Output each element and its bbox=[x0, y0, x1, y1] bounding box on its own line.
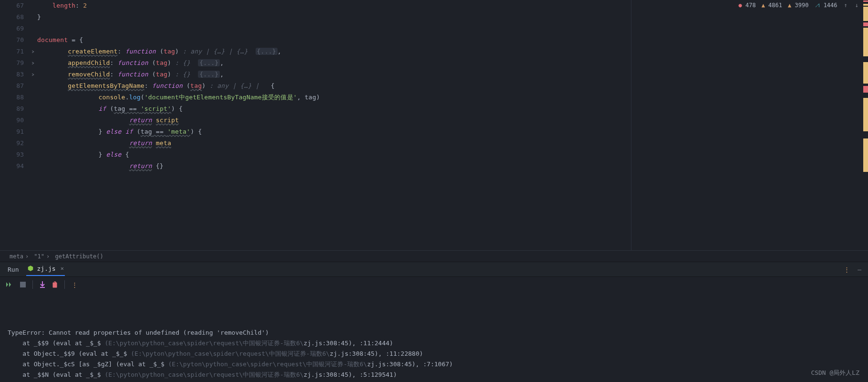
line-number: 71 bbox=[0, 46, 24, 57]
close-icon[interactable]: ✕ bbox=[61, 265, 64, 272]
error-stripe-mark[interactable] bbox=[863, 22, 868, 26]
rerun-icon[interactable] bbox=[6, 281, 13, 288]
code-line[interactable]: return script bbox=[37, 115, 868, 126]
code-line[interactable]: removeChild: function (tag) : {} {...}, bbox=[37, 69, 868, 80]
line-number: 93 bbox=[0, 149, 24, 160]
fold-toggle-icon[interactable]: › bbox=[27, 46, 39, 57]
stop-icon[interactable] bbox=[20, 282, 26, 287]
more-actions-icon[interactable]: ⋮ bbox=[72, 281, 78, 288]
code-line[interactable] bbox=[37, 23, 868, 34]
code-line[interactable]: createElement: function (tag) : any | {…… bbox=[37, 46, 868, 57]
code-line[interactable]: console.log('document中getElementsByTagNa… bbox=[37, 92, 868, 103]
line-number: 70 bbox=[0, 34, 24, 46]
watermark: CSDN @局外人LZ bbox=[811, 369, 859, 377]
run-toolbar: ⋮ bbox=[0, 277, 868, 292]
line-number: 83 bbox=[0, 69, 24, 80]
console-line bbox=[8, 307, 860, 317]
error-stripe-mark[interactable] bbox=[863, 0, 868, 2]
console-line: at Object._$cS [as _$gZ] (eval at _$_$ (… bbox=[8, 359, 860, 370]
error-stripe-mark[interactable] bbox=[863, 86, 868, 93]
run-tab[interactable]: zj.js ✕ bbox=[26, 263, 64, 276]
warning-count-2[interactable]: ▲ 3990 bbox=[788, 2, 808, 9]
code-line[interactable]: document = { bbox=[37, 34, 868, 46]
breadcrumb-item[interactable]: "1" bbox=[32, 253, 46, 260]
console-line: at _$$N (eval at _$_$ (E:\pyton\python_c… bbox=[8, 370, 860, 380]
inspection-summary: ● 478 ▲ 4861 ▲ 3990 ⩘ 1446 ↑ ↓ bbox=[738, 2, 859, 9]
next-highlight-icon[interactable]: ↓ bbox=[854, 2, 859, 9]
error-stripe[interactable] bbox=[863, 0, 868, 250]
console-line: TypeError: Cannot read properties of und… bbox=[8, 328, 860, 338]
fold-column: ››› bbox=[29, 0, 37, 250]
run-tool-header: Run zj.js ✕ ⋮ — bbox=[0, 262, 868, 277]
fold-toggle-icon[interactable]: › bbox=[27, 57, 39, 69]
weak-warning-count[interactable]: ⩘ 1446 bbox=[814, 2, 837, 9]
console-line: at Object._$$9 (eval at _$_$ (E:\pyton\p… bbox=[8, 349, 860, 359]
more-icon[interactable]: ⋮ bbox=[844, 266, 850, 273]
warning-count-1[interactable]: ▲ 4861 bbox=[762, 2, 782, 9]
line-number: 67 bbox=[0, 0, 24, 11]
console-line bbox=[8, 296, 860, 307]
line-number: 92 bbox=[0, 138, 24, 149]
line-number: 87 bbox=[0, 80, 24, 92]
right-margin-line bbox=[631, 0, 631, 250]
code-line[interactable]: } bbox=[37, 11, 868, 23]
console-line bbox=[8, 317, 860, 328]
nodejs-icon bbox=[27, 265, 34, 272]
code-line[interactable]: getElementsByTagName: function (tag) : a… bbox=[37, 80, 868, 92]
line-number: 90 bbox=[0, 115, 24, 126]
line-number: 91 bbox=[0, 126, 24, 138]
breadcrumb[interactable]: meta› "1"› getAttribute() bbox=[0, 250, 868, 262]
editor-pane[interactable]: 676869707179838788899091929394 ››› lengt… bbox=[0, 0, 868, 250]
scroll-to-end-icon[interactable] bbox=[40, 281, 45, 288]
code-line[interactable]: } else { bbox=[37, 149, 868, 160]
clear-all-icon[interactable] bbox=[52, 281, 58, 288]
run-tab-label: zj.js bbox=[37, 265, 55, 272]
line-number: 69 bbox=[0, 23, 24, 34]
code-line[interactable]: appendChild: function (tag) : {} {...}, bbox=[37, 57, 868, 69]
code-line[interactable]: } else if (tag == 'meta') { bbox=[37, 126, 868, 138]
console-line: at _$$9 (eval at _$_$ (E:\pyton\python_c… bbox=[8, 338, 860, 349]
line-number: 94 bbox=[0, 160, 24, 172]
line-gutter: 676869707179838788899091929394 bbox=[0, 0, 29, 250]
error-stripe-mark[interactable] bbox=[863, 138, 868, 172]
minimize-icon[interactable]: — bbox=[857, 266, 862, 273]
fold-toggle-icon[interactable]: › bbox=[27, 69, 39, 80]
svg-marker-0 bbox=[28, 265, 33, 271]
code-line[interactable]: return {} bbox=[37, 160, 868, 172]
divider bbox=[32, 280, 33, 289]
run-label: Run bbox=[8, 266, 19, 273]
error-stripe-mark[interactable] bbox=[863, 98, 868, 131]
breadcrumb-item[interactable]: meta bbox=[8, 253, 25, 260]
divider bbox=[64, 280, 65, 289]
console-output[interactable]: TypeError: Cannot read properties of und… bbox=[0, 292, 868, 382]
error-stripe-mark[interactable] bbox=[863, 28, 868, 56]
line-number: 89 bbox=[0, 103, 24, 115]
error-stripe-mark[interactable] bbox=[863, 7, 868, 21]
code-content[interactable]: length: 2} document = { createElement: f… bbox=[37, 0, 868, 250]
prev-highlight-icon[interactable]: ↑ bbox=[843, 2, 848, 9]
line-number: 88 bbox=[0, 92, 24, 103]
code-line[interactable]: return meta bbox=[37, 138, 868, 149]
svg-rect-1 bbox=[20, 282, 26, 287]
error-stripe-mark[interactable] bbox=[863, 62, 868, 84]
line-number: 79 bbox=[0, 57, 24, 69]
code-line[interactable]: if (tag == 'script') { bbox=[37, 103, 868, 115]
error-stripe-mark[interactable] bbox=[863, 4, 868, 6]
error-count[interactable]: ● 478 bbox=[738, 2, 755, 9]
line-number: 68 bbox=[0, 11, 24, 23]
breadcrumb-item[interactable]: getAttribute() bbox=[53, 253, 105, 260]
